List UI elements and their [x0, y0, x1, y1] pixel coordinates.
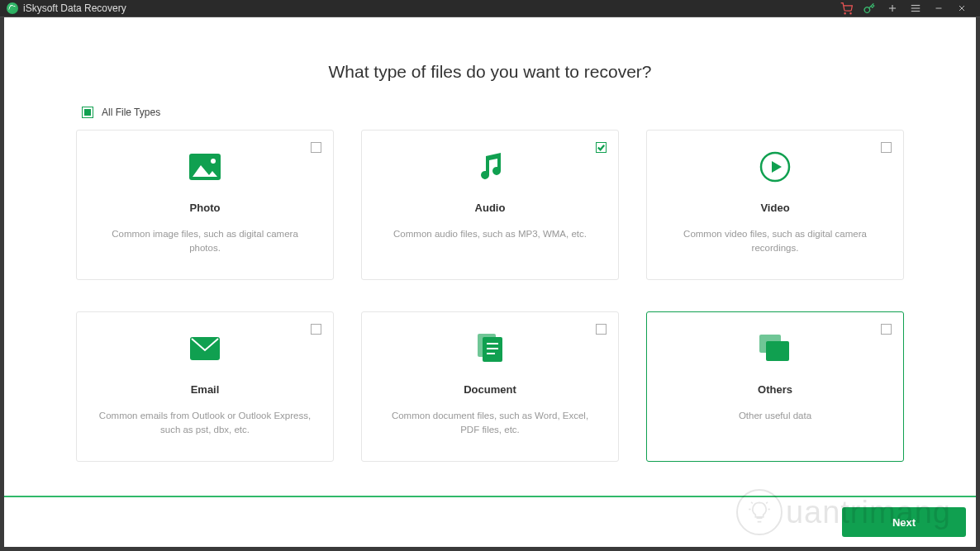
window-title: iSkysoft Data Recovery — [23, 2, 126, 14]
card-photo[interactable]: Photo Common image files, such as digita… — [76, 130, 334, 280]
card-video[interactable]: Video Common video files, such as digita… — [646, 130, 904, 280]
card-photo-title: Photo — [190, 202, 221, 214]
all-file-types-checkbox[interactable] — [82, 107, 93, 118]
title-bar: iSkysoft Data Recovery — [0, 0, 980, 17]
file-type-grid: Photo Common image files, such as digita… — [76, 130, 904, 462]
card-video-desc: Common video files, such as digital came… — [647, 227, 903, 256]
page-heading: What type of files do you want to recove… — [4, 62, 976, 82]
card-audio-title: Audio — [475, 202, 506, 214]
card-others-checkbox[interactable] — [881, 324, 892, 335]
card-email-desc: Common emails from Outlook or Outlook Ex… — [77, 409, 333, 438]
card-email-title: Email — [191, 383, 220, 396]
cart-icon[interactable] — [835, 0, 858, 17]
minimize-button[interactable] — [927, 0, 950, 17]
key-icon[interactable] — [858, 0, 881, 17]
card-document-desc: Common document files, such as Word, Exc… — [362, 409, 618, 438]
card-video-title: Video — [760, 202, 789, 214]
main-canvas: What type of files do you want to recove… — [4, 17, 976, 547]
card-video-checkbox[interactable] — [881, 142, 892, 153]
next-button[interactable]: Next — [842, 507, 966, 537]
music-note-icon — [478, 149, 502, 185]
card-audio-desc: Common audio files, such as MP3, WMA, et… — [373, 227, 607, 241]
photo-icon — [189, 149, 221, 185]
plus-icon[interactable] — [881, 0, 904, 17]
card-photo-checkbox[interactable] — [311, 142, 321, 153]
svg-point-11 — [211, 159, 216, 164]
footer: Next — [4, 496, 976, 547]
document-icon — [475, 330, 505, 367]
folder-copy-icon — [759, 330, 791, 367]
all-file-types-row[interactable]: All File Types — [82, 107, 976, 118]
menu-icon[interactable] — [904, 0, 927, 17]
envelope-icon — [190, 330, 220, 367]
svg-marker-13 — [772, 161, 782, 173]
card-email-checkbox[interactable] — [311, 324, 321, 335]
app-logo-icon — [7, 2, 18, 14]
card-audio-checkbox[interactable] — [596, 142, 607, 153]
close-button[interactable] — [950, 0, 973, 17]
play-icon — [759, 149, 791, 185]
card-audio[interactable]: Audio Common audio files, such as MP3, W… — [361, 130, 619, 280]
svg-rect-21 — [766, 341, 789, 361]
svg-point-0 — [844, 12, 845, 13]
card-others[interactable]: Others Other useful data — [646, 311, 904, 462]
card-document[interactable]: Document Common document files, such as … — [361, 311, 619, 462]
card-document-title: Document — [464, 383, 516, 396]
card-others-desc: Other useful data — [719, 409, 831, 423]
card-photo-desc: Common image files, such as digital came… — [77, 227, 333, 256]
card-email[interactable]: Email Common emails from Outlook or Outl… — [76, 311, 334, 462]
all-file-types-label: All File Types — [102, 107, 160, 118]
svg-point-1 — [849, 12, 850, 13]
card-others-title: Others — [758, 383, 792, 396]
card-document-checkbox[interactable] — [596, 324, 607, 335]
